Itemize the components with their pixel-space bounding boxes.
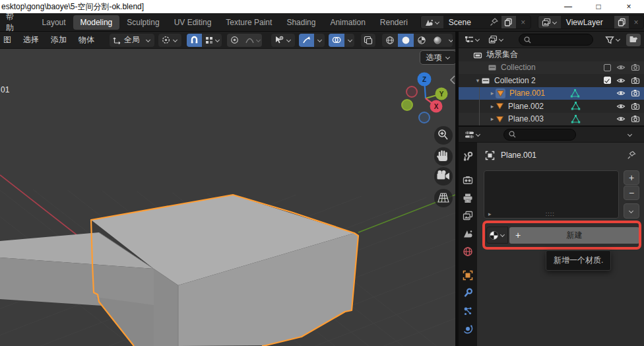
close-button[interactable]: × <box>614 0 644 13</box>
xray-toggle[interactable] <box>361 34 375 47</box>
resize-grip[interactable]: :::: <box>546 211 564 217</box>
proportional-edit-toggle[interactable] <box>227 34 242 47</box>
outliner-row-collection-2[interactable]: ▾ Collection 2 <box>459 74 644 87</box>
gizmo-neg-z-ball[interactable] <box>419 112 430 123</box>
tab-shading[interactable]: Shading <box>279 15 323 30</box>
new-material-button[interactable]: + 新建 <box>509 227 639 244</box>
properties-options-dropdown[interactable] <box>625 128 635 141</box>
material-slot-specials-dropdown[interactable] <box>624 203 639 219</box>
camera-icon[interactable] <box>631 114 640 123</box>
disclosure-closed-icon[interactable]: ▸ <box>488 211 492 217</box>
properties-search-input[interactable] <box>503 129 576 141</box>
tab-scene[interactable] <box>462 228 474 240</box>
remove-view-layer-button[interactable]: × <box>629 16 643 28</box>
gizmo-dropdown[interactable] <box>314 34 324 47</box>
camera-view-button[interactable] <box>434 167 453 186</box>
eye-icon[interactable] <box>616 63 626 72</box>
tab-render[interactable] <box>462 174 474 186</box>
ortho-view-button[interactable] <box>434 189 453 207</box>
display-mode-dropdown[interactable] <box>486 34 507 46</box>
tab-output[interactable] <box>462 192 474 204</box>
minimize-button[interactable]: — <box>553 0 583 13</box>
eye-icon[interactable] <box>616 114 626 123</box>
outliner-row-collection[interactable]: Collection <box>459 61 644 75</box>
camera-icon[interactable] <box>631 102 640 111</box>
pan-view-button[interactable] <box>434 147 453 166</box>
gizmo-neg-y-ball[interactable] <box>402 100 412 110</box>
pin-scene-button[interactable] <box>487 16 501 28</box>
editor-type-dropdown[interactable] <box>462 128 484 141</box>
proportional-falloff-dropdown[interactable] <box>242 34 262 47</box>
exclude-checkbox[interactable] <box>604 77 611 84</box>
maximize-button[interactable]: □ <box>583 0 614 13</box>
new-collection-button[interactable] <box>626 34 641 46</box>
disclosure-closed-icon[interactable]: ▸ <box>489 116 496 122</box>
outliner-search-input[interactable] <box>519 34 593 46</box>
tab-modeling[interactable]: Modeling <box>73 15 120 30</box>
new-view-layer-button[interactable] <box>614 16 629 28</box>
shading-dropdown[interactable] <box>445 34 453 47</box>
tab-view-layer[interactable] <box>462 210 474 222</box>
shading-solid-button[interactable] <box>398 34 414 47</box>
tab-animation[interactable]: Animation <box>323 15 372 30</box>
tab-rendering[interactable]: Renderi <box>373 15 415 30</box>
tab-tool[interactable] <box>462 151 474 162</box>
material-slot-list[interactable]: ▸ :::: <box>484 170 619 219</box>
snap-toggle[interactable] <box>187 34 202 47</box>
show-overlays-toggle[interactable] <box>329 34 344 47</box>
disclosure-closed-icon[interactable]: ▸ <box>489 90 496 96</box>
disclosure-open-icon[interactable]: ▾ <box>474 77 481 84</box>
camera-icon[interactable] <box>631 76 640 85</box>
tab-physics[interactable] <box>462 323 474 335</box>
gizmo-neg-x-ball[interactable] <box>406 86 417 97</box>
unlink-scene-button[interactable]: × <box>516 16 531 28</box>
view-layer-selector[interactable]: ViewLayer × <box>538 15 644 29</box>
editor-divider[interactable] <box>459 125 644 127</box>
outliner-row-plane-002[interactable]: ▸ Plane.002 <box>459 100 644 113</box>
remove-material-slot-button[interactable]: − <box>624 186 639 200</box>
camera-icon[interactable] <box>631 88 640 98</box>
shading-rendered-button[interactable] <box>430 34 445 47</box>
menu-add[interactable]: 添加 <box>45 32 73 48</box>
show-gizmo-toggle[interactable] <box>299 34 314 47</box>
tab-layout[interactable]: Layout <box>35 15 73 30</box>
menu-select[interactable]: 选择 <box>17 32 45 48</box>
tab-particles[interactable] <box>462 305 474 317</box>
filter-dropdown[interactable] <box>602 34 624 46</box>
options-dropdown[interactable]: 选项 <box>420 50 455 65</box>
zoom-view-button[interactable] <box>434 126 453 145</box>
eye-icon[interactable] <box>616 102 626 111</box>
view-layer-browse-button[interactable] <box>538 16 561 28</box>
camera-icon[interactable] <box>631 63 640 72</box>
tab-texture-paint[interactable]: Texture Paint <box>218 15 279 30</box>
visibility-dropdown[interactable] <box>271 34 295 47</box>
tab-uv-editing[interactable]: UV Editing <box>167 15 219 30</box>
viewport-3d[interactable]: 图 选择 添加 物体 全局 <box>0 32 455 346</box>
tab-sculpting[interactable]: Sculpting <box>119 15 166 30</box>
overlays-dropdown[interactable] <box>344 34 354 47</box>
tab-world[interactable] <box>462 246 474 258</box>
disclosure-closed-icon[interactable]: ▸ <box>489 103 496 110</box>
editor-type-dropdown[interactable] <box>462 34 483 46</box>
pivot-point-dropdown[interactable] <box>158 34 181 47</box>
add-material-slot-button[interactable]: + <box>624 170 639 185</box>
exclude-checkbox[interactable] <box>604 64 611 71</box>
shading-wireframe-button[interactable] <box>382 34 398 47</box>
transform-orientation-dropdown[interactable]: 全局 <box>110 34 154 47</box>
pin-icon[interactable] <box>627 151 636 160</box>
new-scene-button[interactable] <box>501 16 516 28</box>
viewport-scene[interactable]: 01 Z Y X <box>0 32 455 346</box>
eye-icon[interactable] <box>616 76 626 85</box>
menu-object[interactable]: 物体 <box>73 32 100 48</box>
scene-browse-button[interactable] <box>421 16 443 28</box>
browse-material-dropdown[interactable] <box>486 226 508 244</box>
snap-with-dropdown[interactable] <box>202 34 222 47</box>
tab-modifiers[interactable] <box>462 287 474 299</box>
shading-material-button[interactable] <box>414 34 430 47</box>
outliner-row-plane-003[interactable]: ▸ Plane.003 <box>459 113 644 126</box>
eye-icon[interactable] <box>616 88 626 98</box>
outliner-row-scene-collection[interactable]: 场景集合 <box>459 48 644 61</box>
tab-object[interactable] <box>462 269 474 281</box>
scene-selector[interactable]: Scene × <box>420 15 531 29</box>
menu-view[interactable]: 图 <box>3 32 17 48</box>
